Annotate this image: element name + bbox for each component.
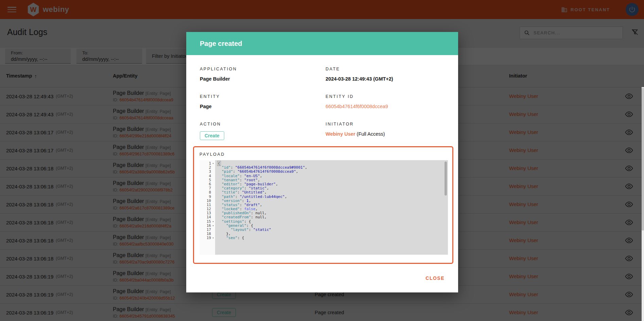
- entity-label: ENTITY: [200, 94, 326, 99]
- payload-label: PAYLOAD: [199, 152, 448, 157]
- payload-editor[interactable]: 1▾23456789101112131415▾16▾171819▾ { "id"…: [199, 160, 448, 255]
- fold-caret-icon[interactable]: ▾: [211, 162, 215, 166]
- dialog-header: Page created: [186, 32, 458, 55]
- initiator-label: INITIATOR: [326, 122, 445, 126]
- fold-caret-icon[interactable]: ▾: [211, 220, 215, 224]
- initiator-link[interactable]: Webiny User: [326, 131, 355, 137]
- application-label: APPLICATION: [200, 67, 326, 71]
- entity-field: ENTITY Page: [200, 94, 326, 122]
- page-scrollbar[interactable]: [642, 87, 644, 321]
- dialog-body: APPLICATION Page Builder DATE 2024-03-28…: [186, 55, 458, 146]
- initiator-access: (Full Access): [355, 131, 385, 137]
- audit-log-details-dialog: Page created APPLICATION Page Builder DA…: [186, 32, 458, 292]
- action-badge: Create: [200, 131, 224, 140]
- editor-code[interactable]: { "id": "66054b47614f6f0008dccea9#0001",…: [215, 160, 448, 255]
- entity-value: Page: [200, 104, 326, 109]
- fold-caret-icon[interactable]: ▾: [211, 224, 215, 228]
- dialog-footer: CLOSE: [186, 273, 458, 292]
- payload-section: PAYLOAD 1▾23456789101112131415▾16▾171819…: [193, 146, 453, 264]
- action-field: ACTION Create: [200, 122, 326, 146]
- application-value: Page Builder: [200, 76, 326, 82]
- entity-id-link[interactable]: 66054b47614f6f0008dccea9: [326, 104, 388, 109]
- page-scrollbar-thumb[interactable]: [642, 88, 644, 231]
- entity-id-label: ENTITY ID: [326, 94, 445, 99]
- date-field: DATE 2024-03-28 12:49:43 (GMT+2): [326, 67, 445, 94]
- date-label: DATE: [326, 67, 445, 71]
- date-value: 2024-03-28 12:49:43 (GMT+2): [326, 76, 445, 82]
- close-button[interactable]: CLOSE: [424, 273, 446, 283]
- dialog-title: Page created: [200, 40, 242, 48]
- editor-gutter: 1▾23456789101112131415▾16▾171819▾: [199, 160, 215, 255]
- entity-id-field: ENTITY ID 66054b47614f6f0008dccea9: [326, 94, 445, 122]
- editor-scrollbar-thumb[interactable]: [445, 162, 447, 196]
- initiator-field: INITIATOR Webiny User (Full Access): [326, 122, 445, 146]
- action-label: ACTION: [200, 122, 326, 126]
- details-grid: APPLICATION Page Builder DATE 2024-03-28…: [200, 67, 445, 146]
- fold-caret-icon[interactable]: ▾: [211, 236, 215, 240]
- application-field: APPLICATION Page Builder: [200, 67, 326, 94]
